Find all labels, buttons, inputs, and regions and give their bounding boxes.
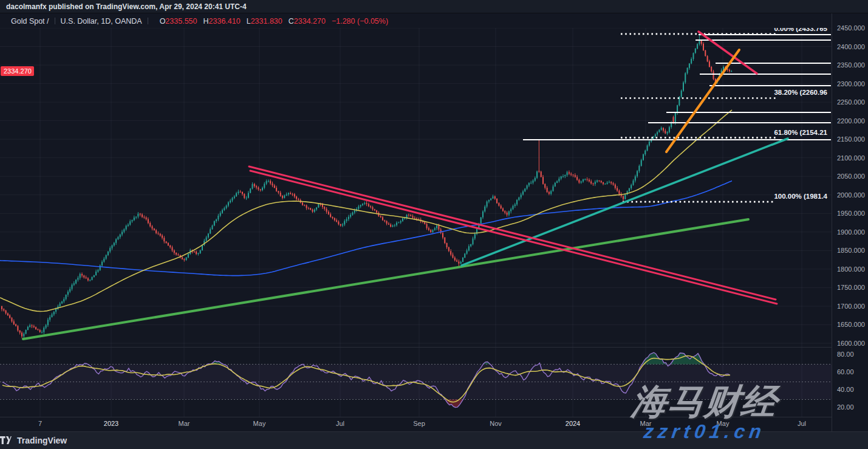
price-axis-label: 2400.000 (837, 43, 865, 50)
ohlc-value: 2335.550 (165, 17, 197, 26)
bottom-bar: TradingView (0, 431, 868, 449)
time-axis-label: Jul (336, 420, 344, 427)
change-value: −1.280 (−0.05%) (332, 17, 388, 26)
rsi-axis-label: 60.00 (837, 368, 854, 375)
ohlc-value: 2334.270 (294, 17, 326, 26)
publish-line: dacolmanfx published on TradingView.com,… (6, 2, 247, 11)
candle-bodies-down (1, 41, 730, 336)
symbol-title-part2[interactable]: U.S. Dollar, 1D, OANDA (61, 17, 142, 26)
rsi-pane[interactable] (0, 347, 832, 417)
fib-level-label: 38.20% (2260.96 (774, 89, 827, 96)
price-axis-label: 2250.000 (837, 98, 865, 106)
time-axis-label: Mar (640, 420, 652, 427)
price-axis-label: 2200.000 (837, 117, 865, 125)
price-axis-label: 1600.000 (837, 340, 865, 347)
ohlc-values: O2335.550H2336.410L2331.830C2334.270 (154, 17, 326, 26)
legend-separator (55, 18, 55, 24)
time-axis[interactable]: 72023MarMayJulSepNov2024MarMayJul (0, 417, 832, 432)
symbol-title-part1[interactable]: Gold Spot / (11, 17, 49, 26)
candle-wicks-up (24, 34, 731, 338)
ohlc-key: O (160, 17, 166, 26)
last-price-badge: 2334.270 (1, 66, 34, 76)
time-axis-label: May (253, 420, 266, 427)
price-axis-label: 2150.000 (837, 135, 865, 143)
main-gridlines (0, 28, 832, 347)
time-axis-label: Mar (179, 420, 190, 427)
time-axis-label: 2024 (566, 420, 580, 427)
ohlc-value: 2336.410 (209, 17, 241, 26)
price-axis-label: 1750.000 (837, 284, 865, 291)
trendline-pink-channel-b (250, 171, 777, 304)
price-axis-label: 1800.000 (837, 266, 865, 273)
main-price-pane[interactable]: 0.00% (2433.76538.20% (2260.9661.80% (21… (0, 28, 832, 347)
chart-region[interactable]: Gold Spot /U.S. Dollar, 1D, OANDAO2335.5… (0, 13, 868, 431)
pane-divider[interactable] (0, 347, 832, 348)
fib-level-label: 100.00% (1981.4 (774, 193, 827, 200)
tradingview-logo-icon (0, 436, 12, 445)
time-axis-label: May (717, 420, 730, 427)
time-axis-label: 2023 (104, 420, 118, 427)
price-axis-label: 2050.000 (837, 173, 865, 180)
rsi-axis-label: 80.00 (837, 351, 854, 358)
tradingview-wordmark: TradingView (17, 436, 67, 445)
price-axis-label: 1700.000 (837, 303, 865, 310)
ohlc-value: 2331.830 (251, 17, 282, 26)
price-axis-label: 2450.000 (837, 24, 865, 32)
fib-level-label: 61.80% (2154.21 (774, 129, 827, 136)
time-axis-label: Jul (798, 420, 806, 427)
price-axis-label: 2000.000 (837, 191, 865, 199)
ohlc-key: L (247, 17, 251, 26)
tradingview-published-chart: dacolmanfx published on TradingView.com,… (0, 0, 868, 449)
tradingview-link[interactable]: TradingView (17, 436, 67, 445)
price-axis-label: 2350.000 (837, 61, 865, 69)
ohlc-key: H (203, 17, 209, 26)
price-axis-label: 1850.000 (837, 247, 865, 254)
price-axis-label: 1950.000 (837, 210, 865, 217)
publish-header: dacolmanfx published on TradingView.com,… (0, 0, 868, 13)
price-axis-label: 2100.000 (837, 154, 865, 162)
legend-separator (148, 18, 148, 24)
price-axis[interactable]: 2450.0002400.0002350.0002300.0002250.000… (832, 13, 868, 431)
price-axis-label: 1900.000 (837, 228, 865, 236)
chart-legend[interactable]: Gold Spot /U.S. Dollar, 1D, OANDAO2335.5… (11, 17, 388, 26)
trendline-pink-channel-a (249, 166, 776, 300)
price-axis-label: 1650.000 (837, 321, 865, 328)
time-axis-label: Sep (413, 420, 425, 427)
ohlc-key: C (289, 17, 294, 26)
fib-level-label: 0.00% (2433.765 (774, 28, 827, 32)
rsi-axis-label: 20.00 (837, 403, 854, 411)
candle-bodies-up (23, 41, 732, 336)
trendline-green-support (23, 219, 748, 339)
rsi-axis-label: 40.00 (837, 386, 854, 393)
price-axis-label: 2300.000 (837, 80, 865, 87)
time-axis-label: 7 (38, 420, 42, 427)
time-axis-label: Nov (490, 420, 502, 427)
